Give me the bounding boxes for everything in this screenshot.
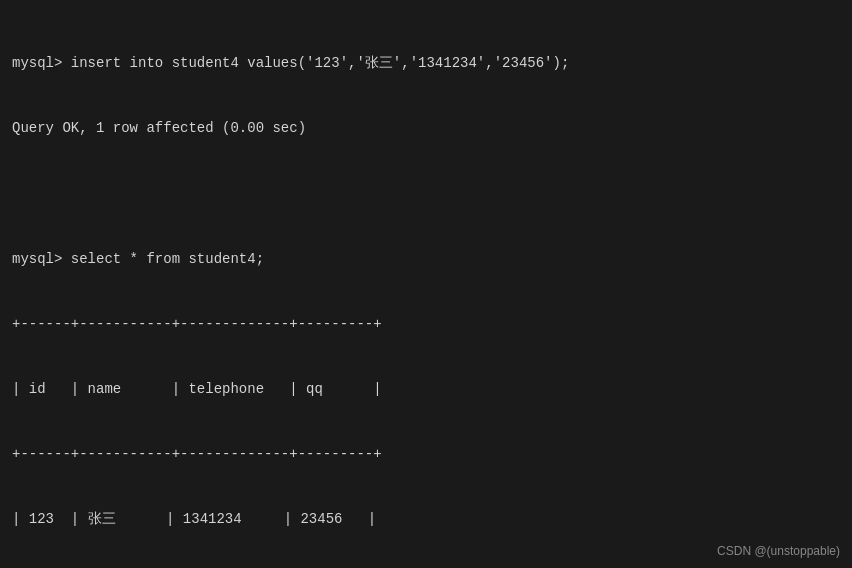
line-5: +------+-----------+-------------+------… <box>12 314 840 336</box>
line-6: | id | name | telephone | qq | <box>12 379 840 401</box>
line-2: Query OK, 1 row affected (0.00 sec) <box>12 118 840 140</box>
line-3 <box>12 184 840 206</box>
line-8: | 123 | 张三 | 1341234 | 23456 | <box>12 509 840 531</box>
line-4: mysql> select * from student4; <box>12 249 840 271</box>
line-1: mysql> insert into student4 values('123'… <box>12 53 840 75</box>
line-7: +------+-----------+-------------+------… <box>12 444 840 466</box>
watermark: CSDN @(unstoppable) <box>717 544 840 558</box>
terminal-window: mysql> insert into student4 values('123'… <box>0 0 852 568</box>
